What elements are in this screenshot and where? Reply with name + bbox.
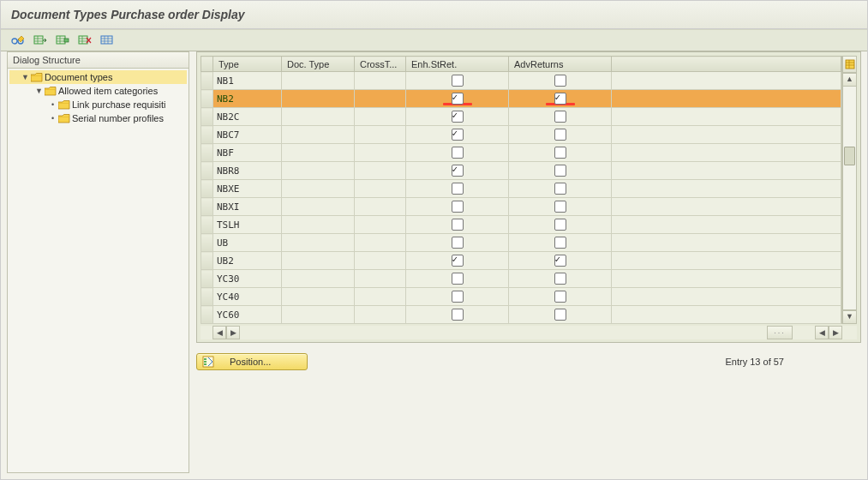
checkbox-adv[interactable] [554, 309, 566, 321]
row-marker[interactable] [201, 216, 213, 234]
cell-adv[interactable] [509, 288, 612, 306]
checkbox-enh[interactable] [452, 111, 464, 123]
table-row[interactable]: NBR8 [201, 162, 841, 180]
checkbox-adv[interactable] [554, 93, 566, 105]
table-row[interactable]: NBC7 [201, 126, 841, 144]
checkbox-adv[interactable] [554, 255, 566, 267]
cell-cross[interactable] [355, 144, 406, 162]
table-next-icon[interactable] [30, 32, 51, 49]
scroll-track[interactable] [842, 87, 857, 310]
checkbox-enh[interactable] [452, 147, 464, 159]
cell-doctype[interactable] [282, 270, 355, 288]
table-row[interactable]: YC60 [201, 306, 841, 324]
cell-adv[interactable] [509, 108, 612, 126]
checkbox-adv[interactable] [554, 165, 566, 177]
row-marker[interactable] [201, 126, 213, 144]
cell-doctype[interactable] [282, 306, 355, 324]
tree-item[interactable]: ▼Allowed item categories [9, 84, 187, 98]
cell-adv[interactable] [509, 180, 612, 198]
row-marker[interactable] [201, 306, 213, 324]
checkbox-enh[interactable] [452, 75, 464, 87]
cell-enh[interactable] [406, 162, 509, 180]
cell-cross[interactable] [355, 180, 406, 198]
cell-doctype[interactable] [282, 180, 355, 198]
cell-adv[interactable] [509, 198, 612, 216]
checkbox-adv[interactable] [554, 237, 566, 249]
configure-columns-icon[interactable] [842, 56, 857, 73]
cell-cross[interactable] [355, 234, 406, 252]
scroll-thumb[interactable] [844, 147, 855, 165]
table-row[interactable]: YC30 [201, 270, 841, 288]
table-row[interactable]: NBF [201, 144, 841, 162]
cell-cross[interactable] [355, 270, 406, 288]
cell-enh[interactable] [406, 198, 509, 216]
checkbox-enh[interactable] [452, 255, 464, 267]
checkbox-enh[interactable] [452, 291, 464, 303]
cell-doctype[interactable] [282, 198, 355, 216]
row-marker[interactable] [201, 144, 213, 162]
row-marker[interactable] [201, 90, 213, 108]
cell-cross[interactable] [355, 126, 406, 144]
checkbox-adv[interactable] [554, 111, 566, 123]
cell-enh[interactable] [406, 72, 509, 90]
column-header-adv[interactable]: AdvReturns [509, 57, 612, 72]
cell-doctype[interactable] [282, 90, 355, 108]
expand-icon[interactable]: ▼ [35, 87, 43, 95]
cell-type[interactable]: NB2C [213, 108, 282, 126]
column-header-type[interactable]: Type [213, 57, 282, 72]
row-marker[interactable] [201, 108, 213, 126]
cell-enh[interactable] [406, 252, 509, 270]
cell-doctype[interactable] [282, 288, 355, 306]
table-row[interactable]: UB2 [201, 252, 841, 270]
table-insert-icon[interactable] [52, 32, 73, 49]
checkbox-adv[interactable] [554, 129, 566, 141]
cell-cross[interactable] [355, 162, 406, 180]
table-row[interactable]: UB [201, 234, 841, 252]
cell-adv[interactable] [509, 144, 612, 162]
checkbox-enh[interactable] [452, 201, 464, 213]
cell-adv[interactable] [509, 216, 612, 234]
table-row[interactable]: NBXE [201, 180, 841, 198]
cell-cross[interactable] [355, 288, 406, 306]
checkbox-adv[interactable] [554, 219, 566, 231]
cell-enh[interactable] [406, 306, 509, 324]
cell-adv[interactable] [509, 90, 612, 108]
column-header-cross[interactable]: CrossT... [355, 57, 406, 72]
cell-adv[interactable] [509, 162, 612, 180]
cell-doctype[interactable] [282, 72, 355, 90]
table-row[interactable]: YC40 [201, 288, 841, 306]
table-layout-icon[interactable] [97, 32, 117, 49]
cell-type[interactable]: NBF [213, 144, 282, 162]
checkbox-adv[interactable] [554, 147, 566, 159]
cell-type[interactable]: NBXI [213, 198, 282, 216]
checkbox-adv[interactable] [554, 75, 566, 87]
cell-doctype[interactable] [282, 162, 355, 180]
checkbox-enh[interactable] [452, 309, 464, 321]
cell-adv[interactable] [509, 72, 612, 90]
row-marker[interactable] [201, 288, 213, 306]
cell-adv[interactable] [509, 270, 612, 288]
cell-enh[interactable] [406, 144, 509, 162]
checkbox-enh[interactable] [452, 237, 464, 249]
checkbox-adv[interactable] [554, 291, 566, 303]
cell-enh[interactable] [406, 126, 509, 144]
checkbox-enh[interactable] [452, 273, 464, 285]
scroll-up-icon[interactable]: ▲ [842, 73, 857, 87]
row-marker[interactable] [201, 270, 213, 288]
tree-item[interactable]: ▼Document types [9, 70, 187, 84]
hscroll-left2-icon[interactable]: ◀ [815, 326, 829, 339]
cell-cross[interactable] [355, 252, 406, 270]
cell-enh[interactable] [406, 216, 509, 234]
cell-type[interactable]: YC60 [213, 306, 282, 324]
glasses-edit-icon[interactable] [8, 32, 28, 49]
position-button[interactable]: Position... [196, 353, 308, 370]
checkbox-adv[interactable] [554, 273, 566, 285]
table-row[interactable]: NB1 [201, 72, 841, 90]
row-marker[interactable] [201, 198, 213, 216]
cell-type[interactable]: UB [213, 234, 282, 252]
row-marker[interactable] [201, 234, 213, 252]
cell-adv[interactable] [509, 234, 612, 252]
hscroll-drag-icon[interactable]: ∙∙∙ [767, 326, 793, 339]
scroll-down-icon[interactable]: ▼ [842, 310, 857, 324]
cell-adv[interactable] [509, 252, 612, 270]
